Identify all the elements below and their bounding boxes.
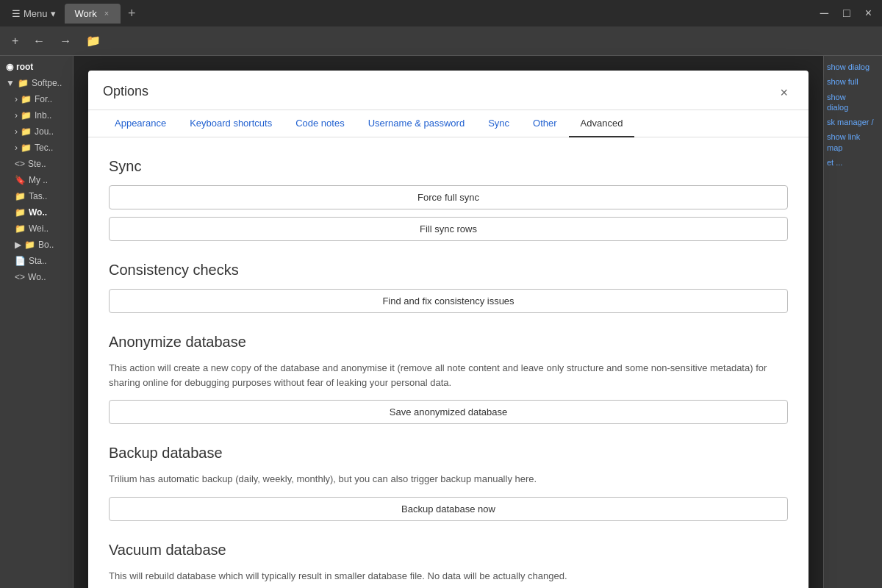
folder-icon: 📁: [21, 94, 32, 104]
root-icon: ◉: [6, 62, 13, 72]
backup-buttons: Backup database now: [109, 497, 788, 521]
menu-button[interactable]: ☰ Menu ▾: [6, 5, 62, 22]
main-layout: ◉ root ▼ 📁 Softpe.. › 📁 For.. › 📁 Inb.. …: [0, 56, 882, 588]
backup-section: Backup database Trilium has automatic ba…: [109, 445, 788, 521]
document-icon: 📄: [15, 256, 26, 266]
chevron-icon: ›: [15, 126, 18, 137]
show-dialog-link[interactable]: show dialog: [827, 62, 879, 72]
tab-keyboard-shortcuts[interactable]: Keyboard shortcuts: [178, 110, 284, 137]
vacuum-description: This will rebuild database which will ty…: [109, 569, 788, 584]
sidebar-item-wo-active[interactable]: 📁 Wo..: [0, 204, 73, 220]
forward-button[interactable]: →: [54, 32, 77, 51]
show-dialog-2-link[interactable]: showdialog: [827, 92, 879, 113]
sync-section-title: Sync: [109, 158, 788, 175]
sidebar: ◉ root ▼ 📁 Softpe.. › 📁 For.. › 📁 Inb.. …: [0, 56, 74, 588]
anonymize-buttons: Save anonymized database: [109, 400, 788, 424]
folder-icon: 📁: [24, 240, 35, 250]
tab-username-password[interactable]: Username & password: [356, 110, 477, 137]
fill-sync-rows-button[interactable]: Fill sync rows: [109, 217, 788, 241]
vacuum-section: Vacuum database This will rebuild databa…: [109, 542, 788, 584]
consistency-section-title: Consistency checks: [109, 262, 788, 279]
sidebar-item-root[interactable]: ◉ root: [0, 59, 73, 75]
title-bar: ☰ Menu ▾ Work × + ─ □ ×: [0, 0, 882, 26]
folder-icon: 📁: [15, 223, 26, 234]
dialog-body: Sync Force full sync Fill sync rows Cons…: [88, 137, 808, 588]
sidebar-item-tec[interactable]: › 📁 Tec..: [0, 140, 73, 156]
new-tab-button[interactable]: +: [123, 6, 140, 21]
add-note-button[interactable]: +: [6, 32, 24, 51]
backup-section-title: Backup database: [109, 445, 788, 462]
tab-label: Work: [75, 8, 97, 19]
menu-chevron-icon: ▾: [51, 8, 56, 19]
sidebar-item-jou[interactable]: › 📁 Jou..: [0, 123, 73, 140]
tab-other[interactable]: Other: [521, 110, 569, 137]
sidebar-item-my[interactable]: 🔖 My ..: [0, 172, 73, 188]
sidebar-item-tas[interactable]: 📁 Tas..: [0, 188, 73, 204]
folder-expand-icon: ▼: [6, 78, 15, 88]
force-full-sync-button[interactable]: Force full sync: [109, 185, 788, 209]
folder-icon: 📁: [18, 78, 29, 88]
modal-overlay: Options × Appearance Keyboard shortcuts …: [74, 56, 823, 588]
consistency-buttons: Find and fix consistency issues: [109, 289, 788, 313]
chevron-icon: ›: [15, 94, 18, 104]
sidebar-item-for[interactable]: › 📁 For..: [0, 91, 73, 107]
menu-label: Menu: [24, 8, 48, 19]
dialog-close-button[interactable]: ×: [774, 82, 794, 104]
menu-icon: ☰: [12, 8, 21, 19]
folder-icon: 📁: [15, 191, 26, 201]
backup-database-now-button[interactable]: Backup database now: [109, 497, 788, 521]
code-icon: <>: [15, 272, 25, 282]
minimize-button[interactable]: ─: [816, 5, 833, 21]
show-full-link[interactable]: show full: [827, 76, 879, 87]
anonymize-description: This action will create a new copy of th…: [109, 361, 788, 390]
dialog-header: Options ×: [88, 71, 808, 110]
sync-section: Sync Force full sync Fill sync rows: [109, 158, 788, 241]
consistency-section: Consistency checks Find and fix consiste…: [109, 262, 788, 313]
et-link[interactable]: et ...: [827, 157, 879, 168]
tab-close-button[interactable]: ×: [103, 9, 110, 18]
sync-buttons: Force full sync Fill sync rows: [109, 185, 788, 241]
back-button[interactable]: ←: [27, 32, 51, 51]
content-area: Options × Appearance Keyboard shortcuts …: [74, 56, 823, 588]
work-tab[interactable]: Work ×: [65, 4, 121, 24]
sidebar-item-softpedia[interactable]: ▼ 📁 Softpe..: [0, 75, 73, 91]
chevron-icon: ▶: [15, 240, 21, 250]
folder-icon: 📁: [21, 110, 32, 121]
sidebar-item-sta[interactable]: 📄 Sta..: [0, 253, 73, 269]
code-icon: <>: [15, 159, 25, 169]
right-panel: show dialog show full showdialog sk mana…: [823, 56, 882, 588]
sidebar-item-wo-code[interactable]: <> Wo..: [0, 269, 73, 285]
tab-sync[interactable]: Sync: [476, 110, 521, 137]
folder-icon: 📁: [15, 207, 26, 218]
folder-button[interactable]: 📁: [80, 31, 107, 51]
chevron-icon: ›: [15, 110, 18, 121]
options-dialog: Options × Appearance Keyboard shortcuts …: [88, 71, 808, 588]
vacuum-section-title: Vacuum database: [109, 542, 788, 559]
sidebar-item-ste[interactable]: <> Ste..: [0, 156, 73, 172]
toolbar: + ← → 📁: [0, 26, 882, 56]
folder-icon: 📁: [21, 126, 32, 137]
folder-icon: 📁: [21, 143, 32, 153]
dialog-title: Options: [103, 84, 148, 108]
close-window-button[interactable]: ×: [861, 5, 876, 21]
dialog-tabs-row: Appearance Keyboard shortcuts Code notes…: [88, 110, 808, 137]
tab-appearance[interactable]: Appearance: [103, 110, 178, 137]
sidebar-item-wei[interactable]: 📁 Wei..: [0, 220, 73, 237]
find-fix-consistency-button[interactable]: Find and fix consistency issues: [109, 289, 788, 313]
tab-advanced[interactable]: Advanced: [569, 110, 635, 137]
anonymize-section-title: Anonymize database: [109, 334, 788, 351]
tab-code-notes[interactable]: Code notes: [284, 110, 356, 137]
bookmark-icon: 🔖: [15, 175, 26, 185]
backup-description: Trilium has automatic backup (daily, wee…: [109, 472, 788, 487]
maximize-button[interactable]: □: [839, 5, 855, 21]
chevron-icon: ›: [15, 143, 18, 153]
save-anonymized-database-button[interactable]: Save anonymized database: [109, 400, 788, 424]
sidebar-item-inb[interactable]: › 📁 Inb..: [0, 107, 73, 123]
task-manager-link[interactable]: sk manager /: [827, 117, 879, 127]
app-background: ☰ Menu ▾ Work × + ─ □ × + ← → 📁 ◉ root: [0, 0, 882, 588]
sidebar-item-bo[interactable]: ▶ 📁 Bo..: [0, 237, 73, 253]
window-controls: ─ □ ×: [816, 5, 876, 21]
show-link-map-link[interactable]: show linkmap: [827, 132, 879, 153]
anonymize-section: Anonymize database This action will crea…: [109, 334, 788, 424]
